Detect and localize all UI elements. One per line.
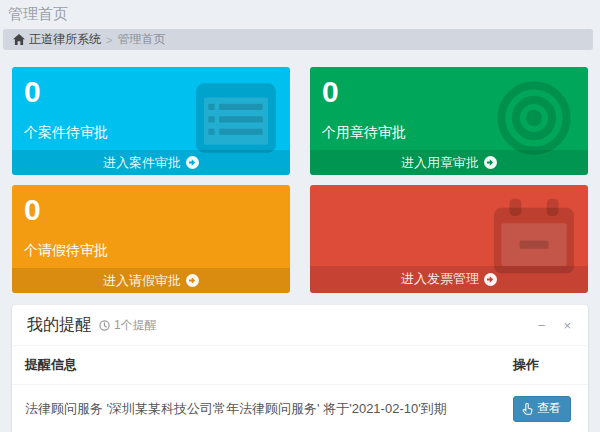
panel-tools: − × [536, 317, 573, 334]
cases-pending-count: 0 [24, 75, 278, 110]
arrow-circle-right-icon [484, 156, 497, 169]
arrow-circle-right-icon [186, 156, 199, 169]
reminders-panel-header: 我的提醒 1个提醒 − × [12, 305, 588, 346]
reminders-count-label: 1个提醒 [114, 317, 157, 334]
cases-pending-label: 个案件待审批 [24, 124, 278, 142]
view-button-label: 查看 [537, 400, 561, 417]
clock-icon [99, 320, 110, 331]
column-header-message: 提醒信息 [12, 346, 500, 385]
breadcrumb-root-label: 正道律所系统 [29, 31, 101, 48]
enter-invoice-management-label: 进入发票管理 [401, 270, 479, 288]
reminders-table: 提醒信息 操作 法律顾问服务 '深圳某某科技公司常年法律顾问服务' 将于'202… [12, 346, 588, 432]
stat-card-seal: 0 个用章待审批 进入用章审批 [310, 67, 588, 175]
table-row: 法律顾问服务 '深圳某某科技公司常年法律顾问服务' 将于'2021-02-10'… [12, 385, 588, 432]
arrow-circle-right-icon [484, 273, 497, 286]
close-button[interactable]: × [561, 317, 573, 334]
seal-pending-count: 0 [322, 75, 576, 110]
view-button[interactable]: 查看 [513, 396, 571, 422]
arrow-circle-right-icon [186, 274, 199, 287]
leave-pending-label: 个请假待审批 [24, 242, 278, 260]
reminder-message: 法律顾问服务 '深圳某某科技公司常年法律顾问服务' 将于'2021-02-10'… [12, 385, 500, 432]
breadcrumb-current: 管理首页 [117, 31, 165, 48]
reminders-panel: 我的提醒 1个提醒 − × 提醒信息 操作 法律顾问服务 '深圳某某科技公司常年… [12, 305, 588, 432]
stat-card-invoice: 进入发票管理 [310, 185, 588, 293]
stat-tiles: 0 个案件待审批 进入案件审批 0 个用章待审批 [12, 67, 588, 293]
enter-case-approval-link[interactable]: 进入案件审批 [12, 150, 290, 176]
enter-case-approval-label: 进入案件审批 [103, 154, 181, 172]
minimize-button[interactable]: − [536, 317, 548, 334]
hand-pointer-icon [522, 403, 533, 415]
enter-leave-approval-link[interactable]: 进入请假审批 [12, 268, 290, 294]
breadcrumb: 正道律所系统 > 管理首页 [3, 29, 593, 50]
column-header-action: 操作 [500, 346, 588, 385]
reminders-count-badge: 1个提醒 [99, 317, 157, 334]
enter-seal-approval-link[interactable]: 进入用章审批 [310, 150, 588, 176]
breadcrumb-separator: > [106, 34, 112, 46]
breadcrumb-home-link[interactable]: 正道律所系统 [13, 31, 101, 48]
enter-seal-approval-label: 进入用章审批 [401, 154, 479, 172]
leave-pending-count: 0 [24, 193, 278, 228]
reminders-panel-title: 我的提醒 [27, 315, 91, 336]
stat-card-cases: 0 个案件待审批 进入案件审批 [12, 67, 290, 175]
page-title: 管理首页 [8, 5, 600, 24]
seal-pending-label: 个用章待审批 [322, 124, 576, 142]
stat-card-leave: 0 个请假待审批 进入请假审批 [12, 185, 290, 293]
enter-leave-approval-label: 进入请假审批 [103, 272, 181, 290]
home-icon [13, 34, 25, 45]
enter-invoice-management-link[interactable]: 进入发票管理 [310, 266, 588, 293]
